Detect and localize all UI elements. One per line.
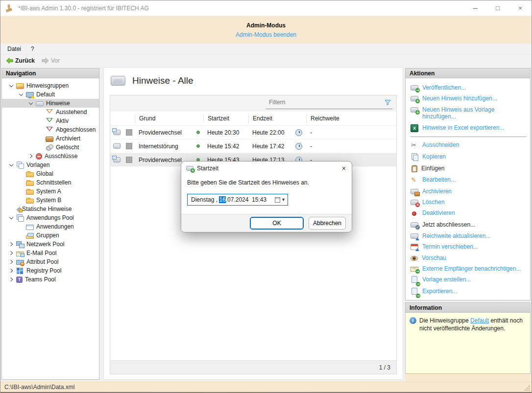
cell-square-icon xyxy=(123,129,135,136)
back-button[interactable]: Zurück xyxy=(3,56,37,65)
nav-item-system-a[interactable]: System A xyxy=(2,187,99,196)
nav-item-anwendungs-pool[interactable]: Anwendungs Pool xyxy=(2,213,99,222)
add-note-icon xyxy=(186,166,193,171)
action-reichweite-aktualisieren[interactable]: Reichweite aktualisieren... xyxy=(410,231,527,241)
filter-input[interactable] xyxy=(266,99,384,107)
export-icon xyxy=(411,288,418,296)
nav-item-label: System A xyxy=(36,188,61,195)
action-archivieren[interactable]: Archivieren xyxy=(410,186,527,197)
chevron-down-icon[interactable] xyxy=(18,91,26,98)
folder-icon xyxy=(26,172,34,177)
information-text: Die Hinweisgruppe Default enthält noch n… xyxy=(419,317,526,332)
nav-item-teams-pool[interactable]: Teams Pool xyxy=(2,275,99,284)
navigation-tree: HinweisgruppenDefaultHinweiseAusstehendA… xyxy=(2,78,99,284)
action-einf-gen[interactable]: Einfügen xyxy=(410,163,527,174)
action-neuen-hinweis-hinzuf-gen[interactable]: Neuen Hinweis hinzufügen... xyxy=(410,93,527,104)
calendar-icon xyxy=(275,197,280,203)
action-ausschneiden[interactable]: Ausschneiden xyxy=(410,139,527,151)
nav-item-anwendungen[interactable]: Anwendungen xyxy=(2,222,99,231)
action-externe-empf-nger-benachrichtigen[interactable]: Externe Empfänger benachrichtigen... xyxy=(410,263,527,274)
nav-item-gruppen[interactable]: Gruppen xyxy=(2,231,99,240)
close-button[interactable]: × xyxy=(509,0,532,16)
chevron-right-icon[interactable] xyxy=(8,276,16,283)
nav-item-statische-hinweise[interactable]: Statische Hinweise xyxy=(2,205,99,213)
action-bearbeiten[interactable]: Bearbeiten... xyxy=(410,174,527,186)
nav-item-vorlagen[interactable]: Vorlagen xyxy=(2,161,99,169)
action-deaktivieren[interactable]: Deaktivieren xyxy=(410,208,527,219)
nav-item-aktiv[interactable]: Aktiv xyxy=(2,116,99,125)
default-group-link[interactable]: Default xyxy=(470,317,489,324)
chevron-down-icon[interactable] xyxy=(8,214,16,222)
menu-item-[interactable]: ? xyxy=(26,44,39,54)
cancel-button[interactable]: Abbrechen xyxy=(309,217,346,230)
nav-item-default[interactable]: Default xyxy=(2,90,99,99)
nav-item-registry-pool[interactable]: Registry Pool xyxy=(2,266,99,275)
forward-button[interactable]: Vor xyxy=(39,56,62,65)
calendar-dropdown-button[interactable]: ▼ xyxy=(275,197,288,203)
nav-item-gel-scht[interactable]: Gelöscht xyxy=(2,143,99,152)
nav-item-netzwerk-pool[interactable]: Netzwerk Pool xyxy=(2,240,99,249)
cell-note-icon xyxy=(110,143,123,149)
action-ver-ffentlichen[interactable]: Veröffentlichen... xyxy=(410,82,527,93)
statusbar-path: C:\IBI-aws\Admin\Data.xml xyxy=(4,384,74,391)
action-exportieren[interactable]: Exportieren... xyxy=(410,286,527,298)
nav-item-ausschl-sse[interactable]: Ausschlüsse xyxy=(2,152,99,161)
nav-item-system-b[interactable]: System B xyxy=(2,196,99,205)
action-neuen-hinweis-aus-vorlage-hinzuf-gen[interactable]: Neuen Hinweis aus Vorlage hinzufügen... xyxy=(410,104,527,122)
back-arrow-icon xyxy=(6,57,13,64)
nav-item-e-mail-pool[interactable]: E-Mail Pool xyxy=(2,249,99,257)
startzeit-datetime-field[interactable]: Dienstag , 16.07.2024 15:43 ▼ xyxy=(187,194,288,206)
action-kopieren[interactable]: Kopieren xyxy=(410,151,527,163)
action-label: Reichweite aktualisieren... xyxy=(422,232,490,239)
chevron-down-icon[interactable] xyxy=(8,161,16,169)
nav-item-abgeschlossen[interactable]: Abgeschlossen xyxy=(2,125,99,134)
ok-button[interactable]: OK xyxy=(250,217,304,230)
table-row[interactable]: ProviderwechselHeute 20:30Heute 22:00- xyxy=(110,126,396,139)
chevron-down-icon[interactable] xyxy=(8,82,16,90)
chevron-right-icon[interactable] xyxy=(8,258,16,266)
chevron-down-icon[interactable] xyxy=(27,99,36,107)
column-header-grund[interactable]: Grund xyxy=(135,114,193,123)
nav-item-schnittstellen[interactable]: Schnittstellen xyxy=(2,178,99,187)
dialog-close-icon[interactable]: × xyxy=(341,164,347,172)
folder-icon xyxy=(26,181,34,186)
action-l-schen[interactable]: Löschen xyxy=(410,197,527,208)
column-header-endzeit[interactable]: Endzeit xyxy=(248,114,291,123)
chevron-right-icon[interactable] xyxy=(27,152,36,160)
info-icon: i xyxy=(410,317,416,324)
status-aktiv-icon xyxy=(196,144,200,148)
action-jetzt-abschliessen[interactable]: Jetzt abschliessen... xyxy=(410,219,527,230)
action-termin-verschieben[interactable]: Termin verschieben... xyxy=(410,241,527,252)
chevron-right-icon[interactable] xyxy=(8,240,16,248)
cell-status xyxy=(193,144,203,148)
reichweite-clock-icon xyxy=(295,129,302,136)
nav-item-ausstehend[interactable]: Ausstehend xyxy=(2,108,99,116)
nav-item-hinweise[interactable]: Hinweise xyxy=(2,99,99,108)
minimize-button[interactable]: ─ xyxy=(464,0,486,16)
actions-panel: Aktionen Veröffentlichen...Neuen Hinweis… xyxy=(405,68,531,301)
templates-icon xyxy=(16,161,24,169)
chevron-right-icon[interactable] xyxy=(8,267,16,275)
table-row[interactable]: InternetstörungHeute 15:42Heute 17:42- xyxy=(110,139,396,153)
teams-icon xyxy=(16,277,23,283)
column-header-empty xyxy=(123,114,135,123)
menu-item-datei[interactable]: Datei xyxy=(0,44,26,54)
calendar-icon xyxy=(411,244,418,250)
column-header-reichweite[interactable]: Reichweite xyxy=(306,114,396,123)
cell-note-icon xyxy=(110,157,123,162)
datetime-selected-segment: 16 xyxy=(219,196,225,203)
maximize-button[interactable]: □ xyxy=(486,0,509,16)
resize-grip[interactable] xyxy=(524,385,530,391)
column-header-startzeit[interactable]: Startzeit xyxy=(203,114,248,123)
package-icon xyxy=(16,83,24,89)
action-vorschau[interactable]: Vorschau xyxy=(410,253,527,263)
chevron-right-icon[interactable] xyxy=(8,249,16,257)
action-vorlage-erstellen[interactable]: Vorlage erstellen... xyxy=(410,274,527,286)
nav-item-global[interactable]: Global xyxy=(2,169,99,178)
filter-funnel-icon[interactable] xyxy=(384,99,391,106)
admin-mode-exit-link[interactable]: Admin-Modus beenden xyxy=(236,31,296,38)
nav-item-archiviert[interactable]: Archiviert xyxy=(2,134,99,143)
action-hinweise-in-excel-exportieren[interactable]: Hinweise in Excel exportieren... xyxy=(410,122,527,134)
nav-item-attribut-pool[interactable]: Attribut Pool xyxy=(2,257,99,266)
nav-item-hinweisgruppen[interactable]: Hinweisgruppen xyxy=(2,81,99,90)
